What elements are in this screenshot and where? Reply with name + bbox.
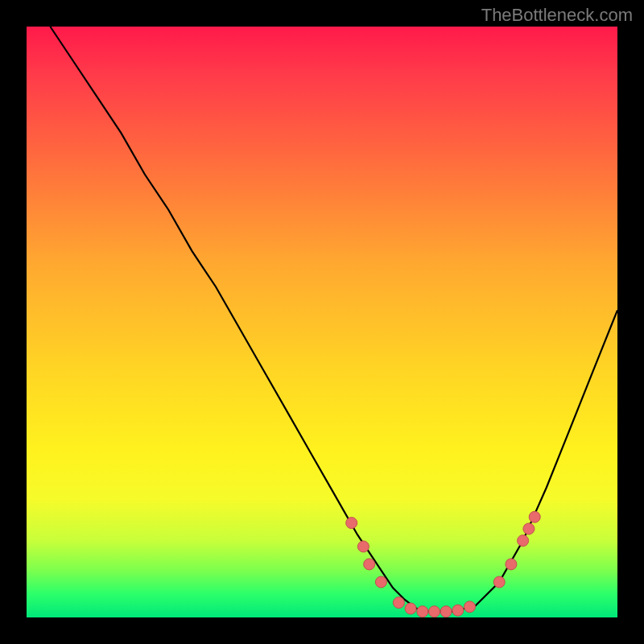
bottleneck-curve [50, 27, 617, 612]
curve-marker [440, 606, 452, 617]
curve-marker [529, 511, 540, 522]
gradient-plot-area [27, 27, 617, 617]
curve-marker [523, 523, 535, 535]
watermark-text: TheBottleneck.com [481, 5, 633, 26]
curve-marker [493, 576, 505, 588]
curve-marker [518, 535, 529, 547]
curve-marker [364, 559, 375, 570]
curve-svg [27, 27, 617, 617]
curve-marker [464, 601, 476, 613]
curve-marker [452, 605, 464, 616]
curve-marker [375, 576, 386, 588]
curve-marker [429, 606, 440, 617]
curve-markers [346, 511, 541, 617]
curve-marker [405, 603, 416, 614]
curve-marker [346, 518, 357, 529]
curve-marker [357, 541, 369, 552]
curve-marker [506, 559, 517, 570]
curve-marker [393, 597, 404, 609]
curve-marker [417, 606, 428, 617]
